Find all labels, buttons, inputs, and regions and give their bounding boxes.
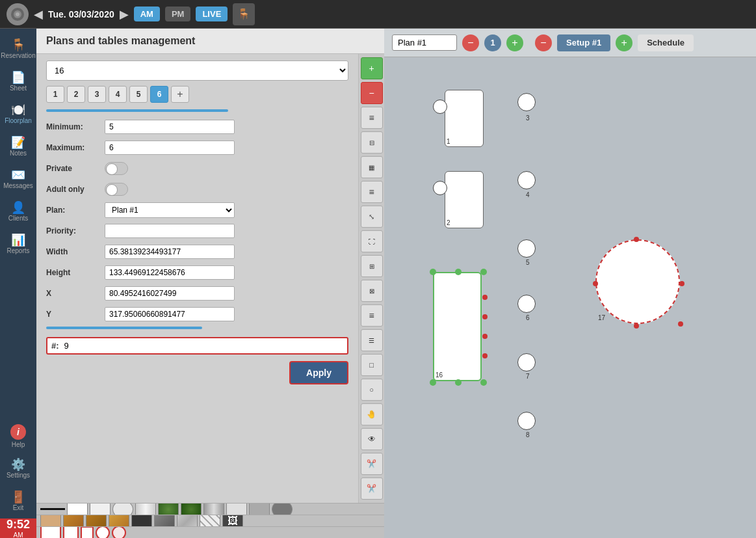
app-logo [7,3,29,25]
texture-crosshatch[interactable] [200,515,220,526]
setup-plus-button[interactable]: + [616,34,632,51]
counter-minus-button[interactable]: − [462,34,479,51]
maximum-input[interactable] [105,141,235,155]
texture-line[interactable] [40,508,65,510]
texture-wood3[interactable] [109,515,129,526]
shape-rect-red-border[interactable] [40,526,61,538]
toolbar-lines-2[interactable]: ⊟ [361,131,383,154]
texture-medium-gray[interactable] [249,503,270,515]
tab-2[interactable]: 2 [67,86,85,103]
sidebar-label-settings: Settings [7,472,30,479]
shape-circle-red[interactable] [96,526,110,538]
sidebar-item-help[interactable]: i Help [3,421,33,451]
toolbar-circle[interactable]: ○ [361,379,383,401]
toolbar-eye[interactable]: 👁 [361,428,383,450]
am-mode-button[interactable]: AM [134,7,160,21]
table-16[interactable]: 16 [433,272,482,381]
table-1[interactable]: 1 [445,90,484,147]
shape-rect-small-red[interactable] [63,526,79,538]
adult-only-toggle[interactable] [105,183,128,196]
toolbar-compress[interactable]: ⊠ [361,280,383,302]
prev-date-button[interactable]: ◀ [34,7,43,21]
tab-1[interactable]: 1 [46,86,64,103]
texture-tan[interactable] [40,515,61,526]
height-input[interactable] [105,265,235,280]
table-2[interactable]: 2 [445,171,484,228]
y-input[interactable] [105,307,235,321]
private-toggle[interactable] [105,162,128,175]
toolbar-cross-1[interactable]: ✂️ [361,453,383,475]
texture-green2[interactable] [181,503,202,515]
shape-rect-small2[interactable] [81,526,94,538]
counter-plus-button[interactable]: + [506,34,523,51]
sidebar-item-reservation[interactable]: 🪑 Reservation [3,34,33,64]
progress-bar [46,109,228,112]
toolbar-square[interactable]: □ [361,354,383,376]
toolbar-resize[interactable]: ⤡ [361,206,383,228]
table-17[interactable]: 17 [595,239,680,324]
texture-light-gray[interactable] [226,503,247,515]
texture-gray-cylinder[interactable] [203,503,224,515]
hash-input[interactable] [64,341,343,351]
pm-mode-button[interactable]: PM [165,7,191,21]
red-handle-r4 [482,353,488,358]
toolbar-hand[interactable]: 🤚 [361,403,383,425]
texture-wood2[interactable] [86,515,107,526]
add-item-button[interactable]: + [361,57,383,79]
tab-6[interactable]: 6 [150,86,168,103]
table-16-label: 16 [436,371,443,379]
setup-button[interactable]: Setup #1 [557,34,610,51]
plan-select[interactable]: Plan #1 [105,202,235,218]
sidebar-item-settings[interactable]: ⚙️ Settings [3,453,33,483]
seat-view-button[interactable]: 🪑 [233,3,255,25]
setup-minus-button[interactable]: − [535,34,552,51]
toolbar-lines-5[interactable]: ☰ [361,329,383,351]
tab-4[interactable]: 4 [109,86,127,103]
texture-wood1[interactable] [63,515,84,526]
tab-5[interactable]: 5 [129,86,148,103]
remove-item-button[interactable]: − [361,82,383,104]
toolbar-grid[interactable]: ▦ [361,156,383,178]
texture-white[interactable] [67,503,88,515]
texture-cylinder[interactable] [135,503,156,515]
sidebar-item-exit[interactable]: 🚪 Exit [3,486,33,516]
apply-button[interactable]: Apply [289,361,348,384]
sidebar-item-reports[interactable]: 📊 Reports [3,229,33,259]
texture-marble[interactable] [177,515,198,526]
sidebar-item-sheet[interactable]: 📄 Sheet [3,66,33,96]
tab-add[interactable]: + [171,86,189,103]
table-select[interactable]: 16 [46,61,348,81]
texture-stone[interactable] [154,515,175,526]
top-bar: ◀ Tue. 03/03/2020 ▶ AM PM LIVE 🪑 [0,0,756,29]
texture-green[interactable] [158,503,179,515]
sidebar-label-reservation: Reservation [1,52,35,59]
shape-circle-red2[interactable] [112,526,126,538]
texture-photo[interactable]: 🖼 [222,515,243,526]
toolbar-cross-2[interactable]: ✂️ [361,477,383,500]
width-input[interactable] [105,245,235,259]
priority-input[interactable] [105,224,235,238]
minimum-input[interactable] [105,120,235,134]
live-mode-button[interactable]: LIVE [196,7,228,21]
sidebar-item-notes[interactable]: 📝 Notes [3,131,33,161]
toolbar-collapse[interactable]: ⊞ [361,255,383,277]
sheet-icon: 📄 [11,72,25,83]
toolbar-lines-4[interactable]: ≡ [361,304,383,327]
sidebar-label-sheet: Sheet [10,85,27,92]
tab-3[interactable]: 3 [88,86,106,103]
texture-light-oval[interactable] [112,503,133,515]
x-input[interactable] [105,286,235,301]
texture-light-rounded[interactable] [90,503,111,515]
toolbar-lines-1[interactable]: ≡ [361,107,383,129]
texture-dark-gray[interactable] [272,503,293,515]
plan-name-input[interactable] [392,34,457,51]
sidebar-item-clients[interactable]: 👤 Clients [3,196,33,226]
toolbar-lines-3[interactable]: ≡ [361,181,383,203]
sidebar-item-messages[interactable]: ✉️ Messages [3,164,33,194]
schedule-button[interactable]: Schedule [638,34,694,51]
texture-dark1[interactable] [131,515,152,526]
sidebar-item-floorplan[interactable]: 🍽️ Floorplan [3,99,33,129]
toolbar-expand[interactable]: ⛶ [361,230,383,252]
red-h17-3 [679,281,684,286]
next-date-button[interactable]: ▶ [120,7,129,21]
